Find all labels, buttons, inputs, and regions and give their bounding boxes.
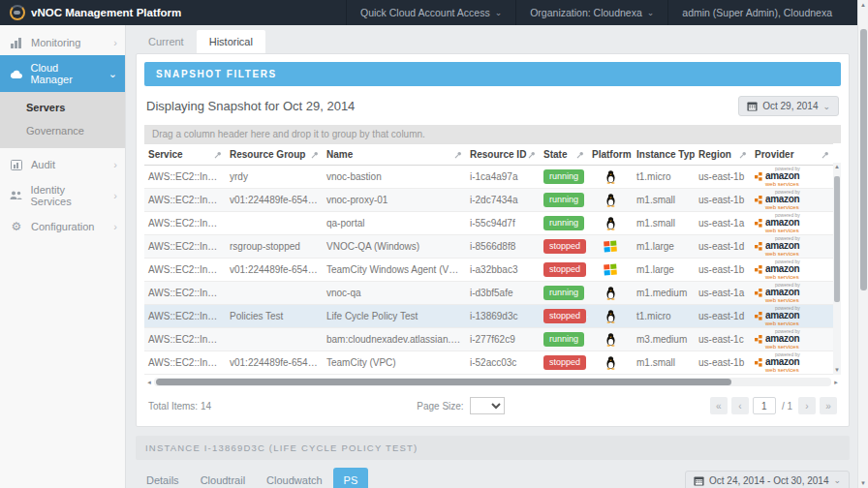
prev-page-button[interactable]: ‹ <box>731 397 749 414</box>
column-header[interactable]: Region <box>695 144 751 165</box>
groupby-drop-zone[interactable]: Drag a column header here and drop it to… <box>144 125 841 143</box>
table-row[interactable]: AWS::EC2::Instance bam:cloudnexadev.atla… <box>144 328 833 351</box>
state-badge: running <box>543 216 584 230</box>
cell-platform <box>588 263 633 276</box>
table-body: AWS::EC2::Instance yrdy vnoc-bastion i-1… <box>144 166 833 375</box>
cell-resource-group: v01:224489fe-6542-401e-83... <box>226 195 323 205</box>
cell-resource-id: i-a32bbac3 <box>466 264 540 275</box>
column-header[interactable]: Resource ID <box>466 144 540 165</box>
sidebar-item-monitoring[interactable]: Monitoring › <box>0 30 125 55</box>
sidebar-item-governance[interactable]: Governance <box>0 119 125 142</box>
sidebar-item-cloud-manager[interactable]: Cloud Manager ⌄ <box>0 55 125 92</box>
cell-name: qa-portal <box>323 218 466 229</box>
organization-menu[interactable]: Organization: Cloudnexa ⌄ <box>515 0 667 25</box>
scroll-up-icon[interactable]: ▲ <box>858 0 868 10</box>
page-size-select[interactable] <box>470 397 505 414</box>
chevron-right-icon: › <box>113 37 117 48</box>
scroll-down-icon[interactable]: ▼ <box>833 366 841 375</box>
table-row[interactable]: AWS::EC2::Instance yrdy vnoc-bastion i-1… <box>144 166 833 189</box>
audit-icon <box>10 160 23 170</box>
table-vertical-scrollbar[interactable]: ▲ ▼ <box>833 163 841 375</box>
pin-icon[interactable] <box>739 151 747 159</box>
table-row[interactable]: AWS::EC2::Instance v01:224489fe-6542-401… <box>144 351 833 375</box>
cell-platform <box>588 332 633 347</box>
scroll-down-icon[interactable]: ▼ <box>858 478 868 488</box>
first-page-button[interactable]: « <box>710 397 728 414</box>
tab-cloudwatch[interactable]: Cloudwatch <box>256 468 332 488</box>
chevron-down-icon: ⌄ <box>495 8 503 17</box>
top-header: vNOC Management Platform Quick Cloud Acc… <box>0 0 868 25</box>
tab-current[interactable]: Current <box>136 30 197 53</box>
linux-icon <box>604 169 617 184</box>
user-menu[interactable]: admin (Super Admin), Cloudnexa <box>667 0 846 25</box>
cell-platform <box>588 240 633 253</box>
last-page-button[interactable]: » <box>820 397 837 414</box>
column-header[interactable]: Provider <box>751 144 833 165</box>
next-page-button[interactable]: › <box>798 397 816 414</box>
cell-service: AWS::EC2::Instance <box>144 311 226 321</box>
column-header[interactable]: Platform <box>588 144 633 165</box>
table-scrollbar-thumb[interactable] <box>834 176 840 302</box>
sidebar-item-configuration[interactable]: ⚙ Configuration › <box>0 214 125 239</box>
h-scrollbar-thumb[interactable] <box>156 379 731 385</box>
sidebar-item-audit[interactable]: Audit › <box>0 152 125 177</box>
table-row[interactable]: AWS::EC2::Instance rsgroup-stopped VNOC-… <box>144 235 833 259</box>
cell-service: AWS::EC2::Instance <box>144 218 226 229</box>
tab-cloudtrail[interactable]: Cloudtrail <box>190 468 256 488</box>
table-horizontal-scrollbar[interactable]: ◂ ▸ <box>144 377 841 387</box>
pin-icon[interactable] <box>822 151 829 159</box>
pin-icon[interactable] <box>528 151 536 159</box>
page-scrollbar[interactable]: ▲ ▼ <box>857 0 868 488</box>
cell-resource-id: i-52acc03c <box>466 357 540 368</box>
snapshot-date-picker[interactable]: Oct 29, 2014 ⌄ <box>738 96 839 116</box>
pin-icon[interactable] <box>454 151 462 159</box>
snapshot-filters-bar[interactable]: SNAPSHOT FILTERS <box>144 62 841 86</box>
aws-cubes-icon <box>755 195 763 205</box>
pin-icon[interactable] <box>576 151 584 159</box>
scroll-right-icon[interactable]: ▸ <box>831 379 841 386</box>
column-header[interactable]: Name <box>323 144 466 165</box>
linux-icon <box>604 332 617 347</box>
aws-logo: powered by amazon web services <box>755 306 829 326</box>
aws-cubes-icon <box>755 241 763 252</box>
column-header-label: Resource ID <box>470 149 526 160</box>
cell-instance-type: m1.small <box>633 195 695 205</box>
cell-region: us-east-1b <box>695 357 751 368</box>
table-row[interactable]: AWS::EC2::Instance v01:224489fe-6542-401… <box>144 189 833 212</box>
cell-resource-group: rsgroup-stopped <box>226 241 323 252</box>
page-number-input[interactable] <box>753 397 776 414</box>
cell-resource-group: yrdy <box>226 171 323 182</box>
table-row[interactable]: AWS::EC2::Instance Policies Test Life Cy… <box>144 305 833 328</box>
scroll-left-icon[interactable]: ◂ <box>144 379 154 386</box>
column-header-label: Provider <box>755 149 794 160</box>
tab-details[interactable]: Details <box>136 468 190 488</box>
column-header[interactable]: State <box>540 144 588 165</box>
cell-instance-type: t1.micro <box>633 171 695 182</box>
cell-name: bam:cloudnexadev.atlassian.ne... <box>323 334 466 345</box>
table-row[interactable]: AWS::EC2::Instance v01:224489fe-6542-401… <box>144 259 833 282</box>
aws-logo: powered by amazon web services <box>755 236 829 257</box>
tab-historical[interactable]: Historical <box>197 30 265 53</box>
instance-date-range-picker[interactable]: Oct 24, 2014 - Oct 30, 2014 ⌄ <box>685 471 850 488</box>
column-header[interactable]: Service <box>144 144 226 165</box>
aws-logo: powered by amazon web services <box>755 259 829 280</box>
table-row[interactable]: AWS::EC2::Instance vnoc-qa i-d3bf5afe ru… <box>144 282 833 305</box>
table-row[interactable]: AWS::EC2::Instance qa-portal i-55c94d7f … <box>144 212 833 235</box>
table-header-row: Service Resource Group Name Resource ID … <box>144 143 833 166</box>
page-scrollbar-thumb[interactable] <box>860 29 867 290</box>
quick-cloud-account-access-menu[interactable]: Quick Cloud Account Access ⌄ <box>346 0 515 25</box>
chevron-down-icon: ⌄ <box>822 102 830 111</box>
cell-platform <box>588 216 633 230</box>
aws-cubes-icon <box>755 311 763 321</box>
cell-provider: powered by amazon web services <box>751 190 833 210</box>
cell-platform <box>588 193 633 207</box>
pin-icon[interactable] <box>311 151 319 159</box>
tab-ps[interactable]: PS <box>333 468 369 488</box>
pin-icon[interactable] <box>214 151 222 159</box>
sidebar-item-identity-services[interactable]: Identity Services › <box>0 177 125 214</box>
sidebar-item-servers[interactable]: Servers <box>0 96 125 119</box>
scroll-up-icon[interactable]: ▲ <box>833 163 841 171</box>
column-header[interactable]: Instance Type <box>633 144 695 165</box>
column-header[interactable]: Resource Group <box>226 144 323 165</box>
cell-service: AWS::EC2::Instance <box>144 195 226 205</box>
